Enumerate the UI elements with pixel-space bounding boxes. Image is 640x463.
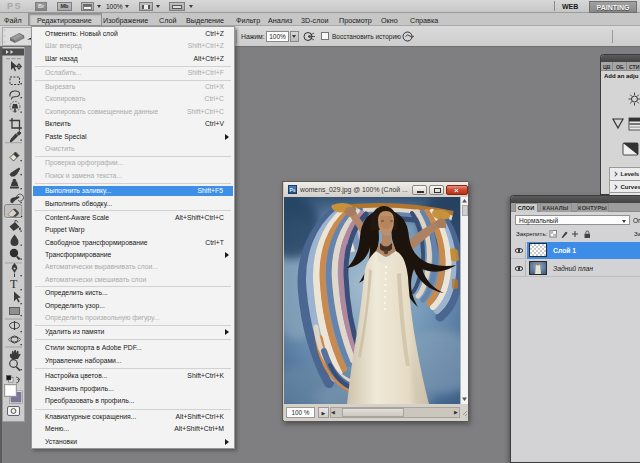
svg-text:T: T bbox=[10, 277, 18, 291]
